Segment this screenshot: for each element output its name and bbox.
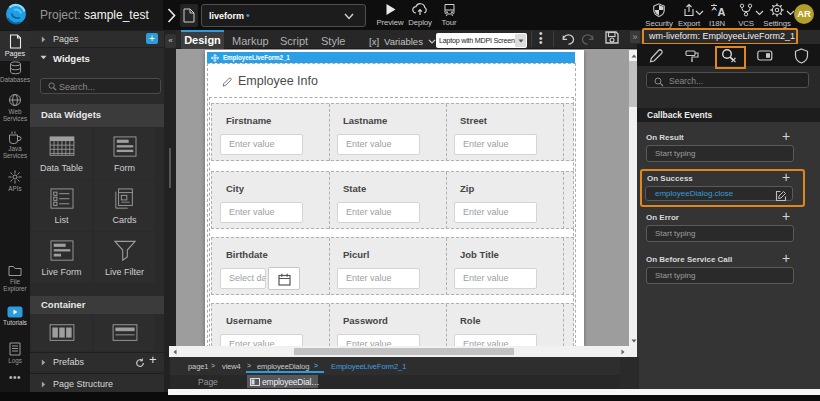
- svg-text:A: A: [717, 6, 725, 18]
